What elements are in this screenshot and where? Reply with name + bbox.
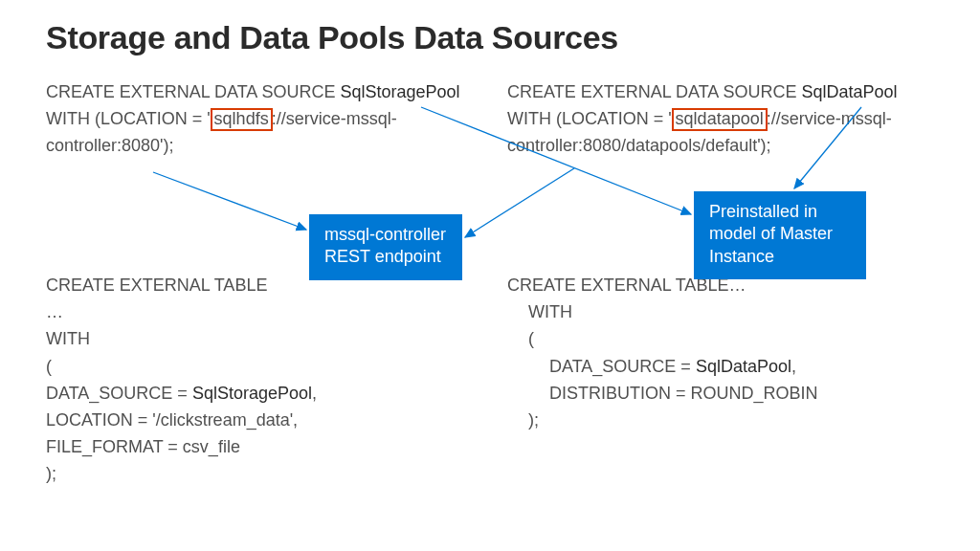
callout-pre-l2: model of Master	[709, 223, 851, 245]
right-t3: (	[507, 326, 934, 351]
callout-pre-l3: Instance	[709, 246, 851, 268]
right-t2: WITH	[507, 299, 934, 324]
left-t5c: ,	[312, 384, 317, 403]
left-t5b: SqlStoragePool	[192, 384, 312, 403]
right-l2b: ://service-mssql-	[767, 109, 892, 128]
right-t6: );	[507, 408, 934, 432]
left-l3: controller:8080');	[46, 133, 473, 158]
columns: CREATE EXTERNAL DATA SOURCE SqlStoragePo…	[46, 79, 934, 488]
left-l2b: ://service-mssql-	[272, 109, 397, 128]
callout-preinstalled: Preinstalled in model of Master Instance	[694, 191, 866, 279]
right-t4a: DATA_SOURCE =	[528, 357, 696, 376]
left-highlight-sqlhdfs: sqlhdfs	[211, 108, 273, 131]
right-l3: controller:8080/datapools/default');	[507, 133, 934, 158]
callout-mssql-l2: REST endpoint	[324, 246, 447, 268]
right-t5: DISTRIBUTION = ROUND_ROBIN	[528, 384, 818, 403]
right-highlight-sqldatapool: sqldatapool	[672, 108, 768, 131]
left-code-table: CREATE EXTERNAL TABLE … WITH ( DATA_SOUR…	[46, 273, 473, 486]
right-t4c: ,	[791, 357, 796, 376]
slide: Storage and Data Pools Data Sources CREA…	[0, 0, 980, 551]
callout-mssql-controller: mssql-controller REST endpoint	[309, 214, 462, 280]
left-t6: LOCATION = '/clickstream_data',	[46, 408, 473, 432]
right-code-ds: CREATE EXTERNAL DATA SOURCE SqlDataPool …	[507, 79, 934, 158]
page-title: Storage and Data Pools Data Sources	[46, 19, 934, 56]
right-l1a: CREATE EXTERNAL DATA SOURCE	[507, 82, 801, 101]
left-column: CREATE EXTERNAL DATA SOURCE SqlStoragePo…	[46, 79, 473, 488]
right-column: CREATE EXTERNAL DATA SOURCE SqlDataPool …	[507, 79, 934, 488]
left-l1a: CREATE EXTERNAL DATA SOURCE	[46, 82, 340, 101]
left-l2a: WITH (LOCATION = '	[46, 109, 211, 128]
left-ds-name: SqlStoragePool	[340, 82, 459, 101]
left-code-ds: CREATE EXTERNAL DATA SOURCE SqlStoragePo…	[46, 79, 473, 158]
callout-pre-l1: Preinstalled in	[709, 201, 851, 223]
left-t4: (	[46, 354, 473, 379]
right-l2a: WITH (LOCATION = '	[507, 109, 672, 128]
right-t4b: SqlDataPool	[696, 357, 791, 376]
left-t7: FILE_FORMAT = csv_file	[46, 434, 473, 459]
right-code-table: CREATE EXTERNAL TABLE… WITH ( DATA_SOURC…	[507, 273, 934, 432]
left-t3: WITH	[46, 326, 473, 351]
right-ds-name: SqlDataPool	[801, 82, 897, 101]
left-t5a: DATA_SOURCE =	[46, 384, 192, 403]
callout-mssql-l1: mssql-controller	[324, 224, 447, 246]
left-t2: …	[46, 299, 473, 324]
left-t8: );	[46, 461, 473, 486]
